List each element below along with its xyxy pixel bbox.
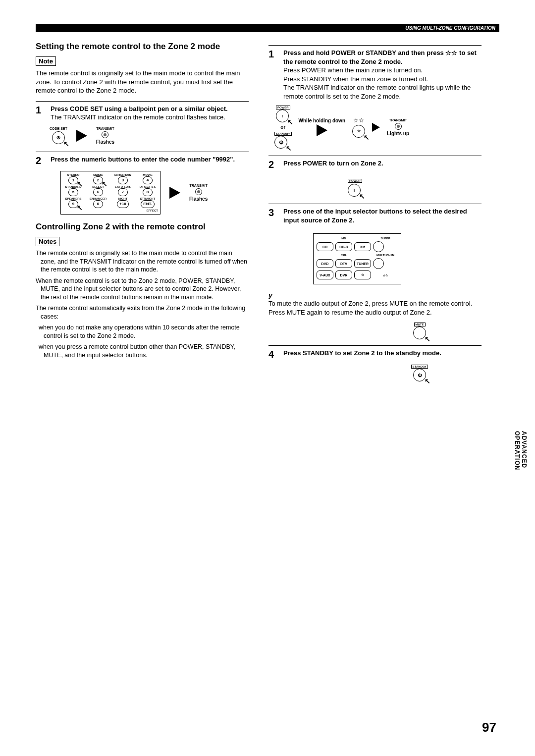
sel-star: ☆ <box>354 270 371 279</box>
step-number: 4 <box>268 349 278 360</box>
power-button-icon: I <box>276 109 289 122</box>
fig-standby: STANDBY ⏻ <box>358 365 482 381</box>
note-bullet: The remote control automatically exits f… <box>41 304 249 321</box>
right-column: 1 Press and hold POWER or STANDBY and th… <box>268 41 482 387</box>
y-tip-icon: y <box>268 291 482 299</box>
note-subbullet: when you press a remote control button o… <box>44 343 249 359</box>
standby-button-icon: ⏻ <box>274 136 287 149</box>
key-plus10: +10 <box>117 200 129 208</box>
transmit-label: TRANSMIT <box>190 184 208 187</box>
side-tab-line1: OPERATION <box>514 431 521 470</box>
arrow-icon <box>169 187 180 199</box>
side-tab: OPERATION ADVANCED <box>514 431 528 470</box>
step-number: 2 <box>36 155 46 166</box>
codeset-button-icon: ⦿ <box>52 131 65 144</box>
rstep2-bold: Press POWER to turn on Zone 2. <box>283 160 383 167</box>
note-bullet: When the remote control is set to the Zo… <box>41 277 249 302</box>
fig-power-only: POWER I <box>348 175 482 197</box>
header-banner: USING MULTI-ZONE CONFIGURATION <box>36 24 499 32</box>
key-8: 8 <box>143 188 153 196</box>
sel-multichin <box>373 258 384 269</box>
transmit-label: TRANSMIT <box>389 118 407 122</box>
sel-dtv: DTV <box>335 259 352 268</box>
key-6: 6 <box>93 188 103 196</box>
rstep1-bold: Press and hold POWER or STANDBY and then… <box>283 49 477 65</box>
or-label: or <box>280 124 285 130</box>
sel-dvd: DVD <box>317 259 333 268</box>
lights-up-label: Lights up <box>387 131 409 136</box>
page-number: 97 <box>482 720 496 735</box>
key-3: 3 <box>118 176 128 184</box>
transmit-indicator-icon <box>395 123 402 130</box>
standby-label: STANDBY <box>274 132 292 136</box>
hold-label: While holding down <box>299 118 345 123</box>
arrow-icon <box>76 130 87 142</box>
power-button-icon: I <box>348 184 361 197</box>
sel-cdr: CD-R <box>335 242 352 251</box>
step-number: 3 <box>268 207 278 224</box>
key-2: 2 <box>93 176 103 184</box>
step2-bold: Press the numeric buttons to enter the c… <box>51 156 235 163</box>
sel-cd: CD <box>317 242 333 251</box>
y-text: To mute the audio output of Zone 2, pres… <box>268 299 482 317</box>
step1-bold: Press CODE SET using a ballpoint pen or … <box>51 105 228 112</box>
rstep4-bold: Press STANDBY to set Zone 2 to the stand… <box>283 349 441 357</box>
key-0: 0 <box>93 200 103 208</box>
arrow-icon <box>372 123 380 132</box>
flashes-label: Flashes <box>96 139 114 145</box>
star-label: ☆☆ <box>353 117 364 124</box>
input-selector-panel: MD SLEEP CD CD-R XM CBL MULTI CH IN DVD … <box>313 233 401 284</box>
step-number: 1 <box>268 49 278 101</box>
notes-label: Notes <box>36 237 59 246</box>
standby-label: STANDBY <box>411 365 428 369</box>
arrow-icon <box>317 124 327 136</box>
section-title-set-zone2: Setting the remote control to the Zone 2… <box>36 41 249 52</box>
sel-vaux: V-AUX <box>317 270 333 279</box>
mute-label: MUTE <box>414 323 426 326</box>
star-glyph: ☆☆ <box>373 273 398 277</box>
codeset-label: CODE SET <box>50 127 67 130</box>
step1-text: The TRANSMIT indicator on the remote con… <box>51 113 225 121</box>
sel-sleep <box>373 241 384 252</box>
sel-tuner: TUNER <box>354 259 371 268</box>
step-number: 1 <box>36 105 46 122</box>
note-label: Note <box>36 56 56 66</box>
rstep1-l2: Press STANDBY when the main zone is turn… <box>283 75 428 83</box>
note-text: The remote control is originally set to … <box>36 69 249 95</box>
numeric-keypad: STEREO1 MUSIC2 ENTERTAIN3 MOVIE4 STANDAR… <box>60 171 160 215</box>
key-9: 9 <box>68 200 78 208</box>
left-column: Setting the remote control to the Zone 2… <box>36 41 249 387</box>
key-5: 5 <box>68 188 78 196</box>
transmit-indicator-icon <box>195 188 202 195</box>
power-label: POWER <box>348 179 362 183</box>
key-7: 7 <box>118 188 128 196</box>
key-4: 4 <box>143 176 153 184</box>
notes-list: The remote control is originally set to … <box>36 249 249 359</box>
mute-button-icon <box>413 326 426 339</box>
rstep3-bold: Press one of the input selector buttons … <box>283 208 467 224</box>
transmit-indicator-icon <box>102 131 108 138</box>
fig-codeset: CODE SET ⦿ TRANSMIT Flashes <box>50 127 249 145</box>
fig-mute: MUTE <box>358 323 482 339</box>
sel-dvr: DVR <box>335 270 352 279</box>
rstep1-l3: The TRANSMIT indicator on the remote con… <box>283 84 471 100</box>
sel-xm: XM <box>354 242 371 251</box>
note-bullet: The remote control is originally set to … <box>41 249 249 274</box>
standby-button-icon: ⏻ <box>413 369 426 381</box>
key-ent: ENT. <box>141 200 154 208</box>
step-number: 2 <box>268 159 278 170</box>
flashes-label: Flashes <box>189 196 208 202</box>
fig-power-standby: POWER I or STANDBY ⏻ While holding down … <box>274 106 482 149</box>
star-button-icon: ☆ <box>352 125 365 138</box>
fig-numpad: STEREO1 MUSIC2 ENTERTAIN3 MOVIE4 STANDAR… <box>60 171 249 215</box>
note-subbullet: when you do not make any operations with… <box>44 324 249 340</box>
key-1: 1 <box>68 176 78 184</box>
transmit-label: TRANSMIT <box>96 127 114 130</box>
section-title-control-zone2: Controlling Zone 2 with the remote contr… <box>36 221 249 232</box>
power-label: POWER <box>276 106 290 109</box>
side-tab-line2: ADVANCED <box>521 431 528 470</box>
rstep1-l1: Press POWER when the main zone is turned… <box>283 66 423 74</box>
